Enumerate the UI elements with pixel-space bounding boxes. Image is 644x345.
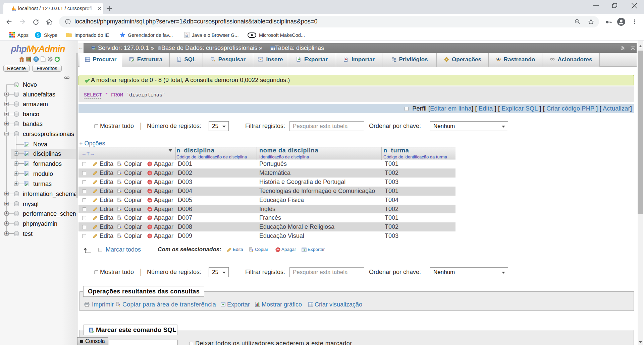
svg-text:?: ?	[35, 58, 37, 61]
svg-text:S: S	[37, 33, 39, 38]
svg-text:PMA: PMA	[12, 9, 16, 11]
